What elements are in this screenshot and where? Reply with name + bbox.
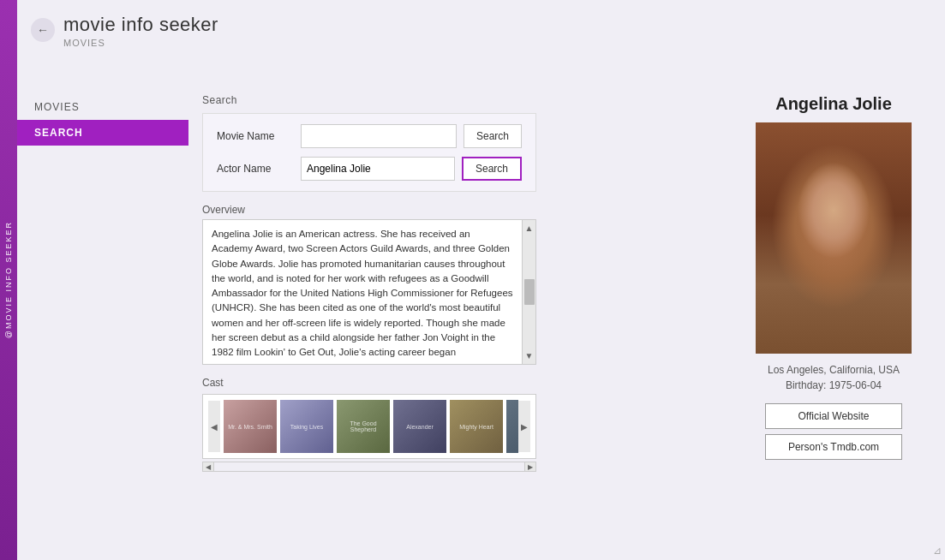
overview-scrollbar[interactable]: ▲ ▼ (522, 220, 535, 364)
actor-name-label: Actor Name (217, 163, 294, 175)
sidebar-strip: @MOVIE INFO SEEKER (0, 0, 17, 560)
actor-birthday: Birthday: 1975-06-04 (786, 379, 882, 391)
scroll-up-icon[interactable]: ▲ (523, 222, 535, 235)
cast-hscroll-right[interactable]: ▶ (524, 462, 536, 472)
cast-movie-4[interactable]: Alexander (393, 400, 446, 453)
header: ← movie info seeker MOVIES (17, 0, 945, 51)
search-panel: Movie Name Search Actor Name Search (202, 113, 536, 192)
cast-movie-5[interactable]: Mighty Heart (450, 400, 503, 453)
left-nav: MOVIES SEARCH (17, 86, 188, 543)
back-button[interactable]: ← (31, 18, 55, 42)
actor-name-input[interactable] (301, 157, 455, 181)
app-title: movie info seeker (63, 14, 218, 36)
resize-handle[interactable]: ⊿ (933, 545, 942, 557)
overview-title: Overview (202, 204, 536, 216)
overview-section: Overview Angelina Jolie is an American a… (202, 204, 536, 365)
cast-title: Cast (202, 377, 536, 389)
breadcrumb: MOVIES (63, 38, 218, 48)
scroll-thumb (524, 279, 535, 305)
overview-box: Angelina Jolie is an American actress. S… (202, 219, 536, 365)
actor-name-row: Actor Name Search (217, 157, 522, 181)
cast-hscrollbar-track (214, 462, 524, 472)
cast-scrollbar-row: ◀ ▶ (202, 462, 536, 472)
back-arrow-icon: ← (37, 23, 49, 37)
movie-name-label: Movie Name (217, 130, 294, 142)
right-panel: Angelina Jolie Los Angeles, California, … (722, 86, 945, 543)
cast-scroll-left-button[interactable]: ◀ (208, 401, 220, 452)
cast-section: Cast ◀ Mr. & Mrs. Smith Taking Lives The… (202, 377, 536, 472)
actor-photo-face (756, 122, 912, 354)
cast-container: ◀ Mr. & Mrs. Smith Taking Lives The Good… (202, 394, 536, 459)
sidebar-item-search[interactable]: SEARCH (17, 120, 188, 146)
cast-scroll-right-button[interactable]: ▶ (518, 401, 530, 452)
scroll-down-icon[interactable]: ▼ (523, 349, 535, 362)
cast-movie-1[interactable]: Mr. & Mrs. Smith (224, 400, 277, 453)
movie-name-input[interactable] (301, 124, 457, 148)
cast-movie-6[interactable]: Wanted (506, 400, 518, 453)
content-area: Search Movie Name Search Actor Name Sear… (188, 86, 722, 543)
cast-hscroll-left[interactable]: ◀ (202, 462, 214, 472)
sidebar-item-movies[interactable]: MOVIES (17, 94, 188, 120)
official-website-button[interactable]: Official Website (765, 403, 902, 429)
cast-movie-3[interactable]: The Good Shepherd (337, 400, 390, 453)
movie-search-button[interactable]: Search (464, 124, 522, 148)
search-section-title: Search (202, 94, 709, 106)
sidebar-strip-text: @MOVIE INFO SEEKER (4, 221, 13, 338)
actor-photo (756, 122, 912, 354)
tmdb-button[interactable]: Person's Tmdb.com (765, 434, 902, 460)
actor-name-display: Angelina Jolie (775, 94, 892, 114)
cast-movie-2[interactable]: Taking Lives (280, 400, 333, 453)
movie-name-row: Movie Name Search (217, 124, 522, 148)
actor-search-button[interactable]: Search (462, 157, 522, 181)
body-layout: MOVIES SEARCH Search Movie Name Search A… (17, 86, 945, 543)
main-area: ← movie info seeker MOVIES MOVIES SEARCH… (17, 0, 945, 560)
cast-images: Mr. & Mrs. Smith Taking Lives The Good S… (220, 400, 518, 453)
actor-location: Los Angeles, California, USA (768, 364, 900, 376)
overview-text: Angelina Jolie is an American actress. S… (203, 220, 522, 364)
